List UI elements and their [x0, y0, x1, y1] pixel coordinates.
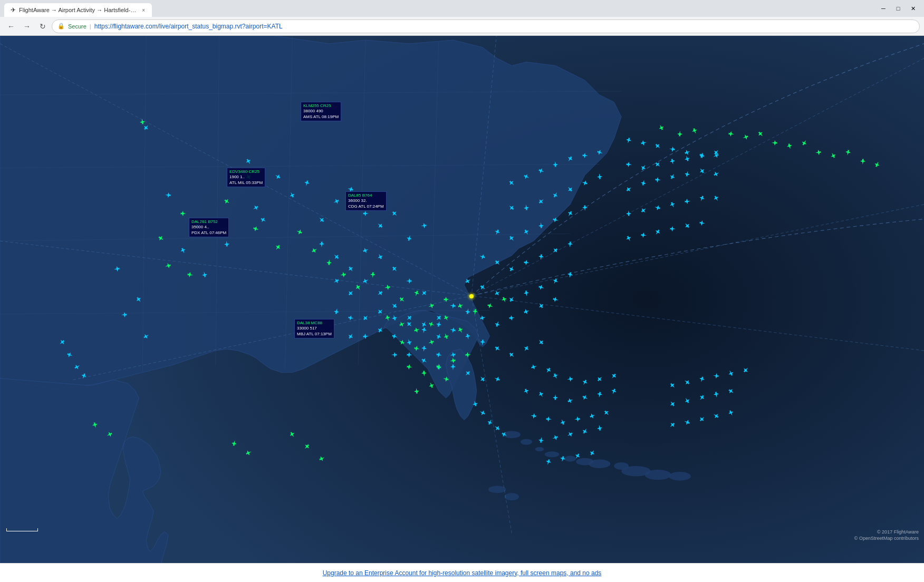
svg-point-4 [545, 451, 560, 457]
back-button[interactable]: ← [4, 20, 18, 33]
svg-point-7 [589, 460, 611, 469]
forward-button[interactable]: → [20, 20, 34, 33]
svg-point-3 [535, 447, 544, 451]
title-bar: ✈ FlightAware → Airport Activity → Harts… [0, 0, 924, 17]
map-container[interactable]: KLM255 CR25 38000 490 AMS ATL 08:19PM DA… [0, 36, 924, 563]
svg-point-13 [504, 493, 519, 500]
secure-label: Secure [68, 23, 86, 30]
svg-point-1 [503, 431, 521, 438]
bottom-bar: Upgrade to an Enterprise Account for hig… [0, 563, 924, 582]
upgrade-link[interactable]: Upgrade to an Enterprise Account for hig… [323, 569, 602, 577]
secure-icon: 🔒 [57, 23, 65, 30]
active-tab[interactable]: ✈ FlightAware → Airport Activity → Harts… [4, 3, 152, 17]
svg-point-11 [669, 472, 691, 481]
chrome-window: ✈ FlightAware → Airport Activity → Harts… [0, 0, 924, 582]
url-separator: | [90, 23, 91, 30]
window-controls: ─ □ ✕ [877, 2, 920, 15]
refresh-button[interactable]: ↻ [36, 20, 50, 33]
scale-bar [6, 528, 38, 531]
copyright-notice: © 2017 FlightAware © OpenStreetMap contr… [854, 529, 919, 542]
tab-title: FlightAware → Airport Activity → Hartsfi… [19, 7, 136, 13]
scale-line [6, 528, 38, 531]
address-bar: ← → ↻ 🔒 Secure | https://flightaware.com… [0, 17, 924, 36]
svg-point-2 [521, 439, 532, 445]
flight-map [0, 36, 924, 563]
svg-point-12 [488, 486, 506, 493]
url-bar[interactable]: 🔒 Secure | https://flightaware.com/live/… [52, 20, 920, 33]
tab-close-button[interactable]: × [141, 6, 146, 14]
tab-area: ✈ FlightAware → Airport Activity → Harts… [4, 0, 877, 17]
svg-point-10 [645, 470, 671, 480]
url-text: https://flightaware.com/live/airport_sta… [94, 23, 283, 30]
svg-point-5 [564, 456, 576, 462]
maximize-button[interactable]: □ [891, 2, 905, 15]
close-button[interactable]: ✕ [906, 2, 920, 15]
tab-favicon: ✈ [11, 6, 16, 14]
minimize-button[interactable]: ─ [877, 2, 890, 15]
